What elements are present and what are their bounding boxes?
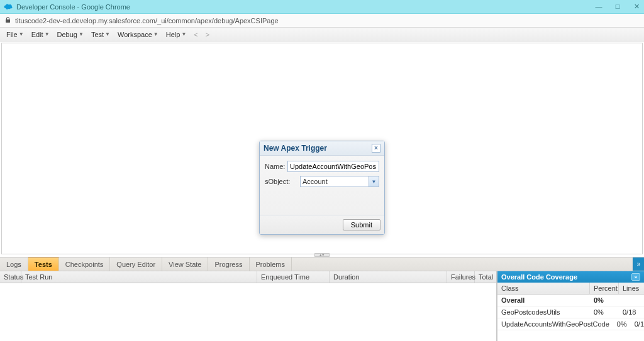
menu-bar: File▼ Edit▼ Debug▼ Test▼ Workspace▼ Help…: [0, 28, 644, 41]
coverage-header: Overall Code Coverage »: [497, 271, 644, 283]
menu-edit[interactable]: Edit▼: [28, 30, 53, 40]
menu-file[interactable]: File▼: [3, 30, 28, 40]
tab-logs[interactable]: Logs: [0, 257, 28, 271]
coverage-columns: Class Percent Lines: [497, 283, 644, 295]
coverage-row-overall[interactable]: Overall 0%: [497, 295, 644, 306]
cov-col-class[interactable]: Class: [497, 283, 590, 294]
url-text: tituscode2-dev-ed.develop.my.salesforce.…: [15, 17, 279, 24]
coverage-panel: Overall Code Coverage » Class Percent Li…: [497, 271, 644, 341]
tab-problems[interactable]: Problems: [250, 257, 292, 271]
coverage-expand-button[interactable]: »: [631, 273, 640, 281]
chevron-down-icon: ▼: [153, 31, 158, 37]
coverage-row[interactable]: GeoPostcodesUtils 0% 0/18: [497, 306, 644, 318]
tab-tests[interactable]: Tests: [28, 257, 59, 271]
tests-grid-body: [0, 283, 496, 341]
tab-query-editor[interactable]: Query Editor: [110, 257, 162, 271]
chevron-down-icon: ▼: [19, 31, 24, 37]
coverage-title: Overall Code Coverage: [501, 273, 577, 281]
window-minimize-icon[interactable]: —: [595, 3, 602, 11]
col-duration[interactable]: Duration: [330, 271, 447, 283]
dialog-title: New Apex Trigger: [264, 144, 327, 153]
window-close-icon[interactable]: ✕: [633, 3, 640, 11]
address-bar: tituscode2-dev-ed.develop.my.salesforce.…: [0, 14, 644, 28]
dialog-header[interactable]: New Apex Trigger ×: [260, 141, 384, 156]
panel-expand-button[interactable]: »: [633, 257, 644, 271]
menu-help[interactable]: Help▼: [162, 30, 191, 40]
chevron-down-icon: ▼: [369, 176, 379, 187]
history-back-button[interactable]: <: [190, 30, 201, 40]
cov-col-percent[interactable]: Percent: [590, 283, 619, 294]
lock-icon: [5, 16, 11, 24]
chevron-down-icon: ▼: [45, 31, 50, 37]
tab-view-state[interactable]: View State: [162, 257, 208, 271]
name-input[interactable]: [287, 161, 379, 172]
menu-workspace[interactable]: Workspace▼: [114, 30, 162, 40]
cov-col-lines[interactable]: Lines: [619, 283, 644, 294]
chevron-down-icon: ▼: [79, 31, 84, 37]
menu-debug[interactable]: Debug▼: [53, 30, 87, 40]
col-failures[interactable]: Failures: [447, 271, 475, 283]
window-title: Developer Console - Google Chrome: [16, 3, 130, 11]
bottom-tabstrip: Logs Tests Checkpoints Query Editor View…: [0, 257, 644, 271]
history-forward-button[interactable]: >: [202, 30, 213, 40]
window-titlebar: Developer Console - Google Chrome — □ ✕: [0, 0, 644, 14]
sobject-value: Account: [303, 178, 369, 185]
chevron-down-icon: ▼: [181, 31, 186, 37]
tests-grid-header: Status Test Run Enqueued Time Duration F…: [0, 271, 496, 283]
tab-progress[interactable]: Progress: [208, 257, 249, 271]
col-total[interactable]: Total: [475, 271, 496, 283]
tests-grid: Status Test Run Enqueued Time Duration F…: [0, 271, 497, 341]
name-label: Name:: [265, 163, 287, 170]
col-test-run[interactable]: Test Run: [21, 271, 257, 283]
col-status[interactable]: Status: [0, 271, 21, 283]
bottom-panel: Logs Tests Checkpoints Query Editor View…: [0, 257, 644, 341]
menu-test[interactable]: Test▼: [87, 30, 114, 40]
tab-checkpoints[interactable]: Checkpoints: [59, 257, 111, 271]
new-apex-trigger-dialog: New Apex Trigger × Name: sObject: Accoun…: [259, 141, 385, 235]
window-maximize-icon[interactable]: □: [614, 3, 621, 11]
chevron-down-icon: ▼: [105, 31, 110, 37]
salesforce-cloud-icon: [4, 3, 13, 11]
col-enqueued-time[interactable]: Enqueued Time: [257, 271, 330, 283]
sobject-select[interactable]: Account ▼: [300, 176, 379, 187]
sobject-label: sObject:: [265, 178, 300, 185]
dialog-close-button[interactable]: ×: [372, 144, 380, 153]
coverage-row[interactable]: UpdateAccountsWithGeoPostCode 0% 0/13: [497, 318, 644, 330]
submit-button[interactable]: Submit: [343, 219, 380, 230]
